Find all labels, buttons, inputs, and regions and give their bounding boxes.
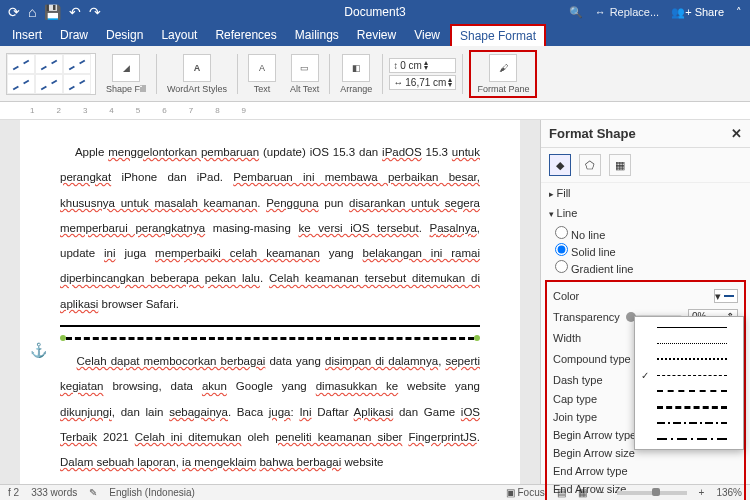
search-box[interactable]: 🔍: [569, 6, 583, 19]
redo-icon[interactable]: ↷: [89, 4, 101, 20]
titlebar: ⟳ ⌂ 💾 ↶ ↷ Document3 🔍 ↔ Replace... 👥+ Sh…: [0, 0, 750, 24]
fill-line-tab-icon[interactable]: ◆: [549, 154, 571, 176]
arrange-button[interactable]: ◧Arrange: [336, 52, 376, 96]
alt-text-button[interactable]: ▭Alt Text: [286, 52, 323, 96]
width-input[interactable]: ↔ 16,71 cm▴▾: [389, 75, 456, 90]
dash-label: Dash type: [553, 374, 603, 386]
end-arrow-type-label: End Arrow type: [553, 465, 628, 477]
color-picker[interactable]: ▾: [714, 289, 738, 303]
color-label: Color: [553, 290, 579, 302]
width-label: Width: [553, 332, 581, 344]
dash-option-long-dash[interactable]: [635, 399, 743, 415]
undo-icon[interactable]: ↶: [69, 4, 81, 20]
no-line-radio[interactable]: No line: [555, 225, 736, 242]
join-label: Join type: [553, 411, 597, 423]
tab-references[interactable]: References: [207, 25, 284, 45]
shape-styles-gallery[interactable]: [6, 53, 96, 95]
wordart-styles-button[interactable]: AWordArt Styles: [163, 52, 231, 96]
document-area[interactable]: Apple menggelontorkan pembaruan (update)…: [0, 120, 540, 484]
text-button[interactable]: AText: [244, 52, 280, 96]
menubar: Insert Draw Design Layout References Mai…: [0, 24, 750, 46]
ribbon-collapse-icon[interactable]: ˄: [736, 6, 742, 19]
tab-draw[interactable]: Draw: [52, 25, 96, 45]
zoom-slider[interactable]: [617, 491, 687, 495]
spellcheck-icon[interactable]: ✎: [89, 487, 97, 498]
layout-tab-icon[interactable]: ▦: [609, 154, 631, 176]
end-arrow-size-label: End Arrow size: [553, 483, 626, 495]
dash-option-solid[interactable]: [635, 319, 743, 335]
tab-shape-format[interactable]: Shape Format: [450, 24, 546, 46]
focus-mode[interactable]: ▣ Focus: [506, 487, 545, 498]
save-icon[interactable]: 💾: [44, 4, 61, 20]
dash-option-dash-dot[interactable]: [635, 383, 743, 399]
ruler[interactable]: 123456789: [0, 102, 750, 120]
tab-layout[interactable]: Layout: [153, 25, 205, 45]
dash-type-menu: [634, 316, 744, 450]
share-button[interactable]: 👥+ Share: [671, 6, 724, 19]
document-title: Document3: [344, 5, 405, 19]
language-status[interactable]: English (Indonesia): [109, 487, 195, 498]
page-status[interactable]: f 2: [8, 487, 19, 498]
anchor-icon: ⚓: [30, 335, 47, 366]
panel-title: Format Shape: [549, 126, 636, 141]
tab-design[interactable]: Design: [98, 25, 151, 45]
line-section[interactable]: Line: [541, 203, 750, 223]
format-pane-button[interactable]: 🖌Format Pane: [469, 50, 537, 98]
replace-link[interactable]: ↔ Replace...: [595, 6, 660, 18]
shape-fill-button[interactable]: ◢Shape Fill: [102, 52, 150, 96]
autosave-icon[interactable]: ⟳: [8, 4, 20, 20]
fill-section[interactable]: Fill: [541, 183, 750, 203]
tab-review[interactable]: Review: [349, 25, 404, 45]
solid-line-radio[interactable]: Solid line: [555, 242, 736, 259]
solid-line-shape[interactable]: [60, 325, 480, 327]
ribbon: ◢Shape Fill AWordArt Styles AText ▭Alt T…: [0, 46, 750, 102]
cap-label: Cap type: [553, 393, 597, 405]
begin-arrow-type-label: Begin Arrow type: [553, 429, 636, 441]
dashed-line-shape[interactable]: [60, 335, 480, 341]
dash-option-long-dash-dot[interactable]: [635, 415, 743, 431]
begin-arrow-size-label: Begin Arrow size: [553, 447, 635, 459]
dash-option-round-dot[interactable]: [635, 335, 743, 351]
height-input[interactable]: ↕ 0 cm▴▾: [389, 58, 456, 73]
word-count[interactable]: 333 words: [31, 487, 77, 498]
dash-option-long-dash-dot-dot[interactable]: [635, 431, 743, 447]
home-icon[interactable]: ⌂: [28, 4, 36, 20]
compound-label: Compound type: [553, 353, 631, 365]
transparency-label: Transparency: [553, 311, 620, 323]
dash-option-dash[interactable]: [635, 367, 743, 383]
paragraph-2: Celah dapat membocorkan berbagai data ya…: [60, 349, 480, 475]
dash-option-square-dot[interactable]: [635, 351, 743, 367]
gradient-line-radio[interactable]: Gradient line: [555, 259, 736, 276]
effects-tab-icon[interactable]: ⬠: [579, 154, 601, 176]
close-icon[interactable]: ✕: [731, 126, 742, 141]
tab-mailings[interactable]: Mailings: [287, 25, 347, 45]
page: Apple menggelontorkan pembaruan (update)…: [20, 120, 520, 484]
tab-insert[interactable]: Insert: [4, 25, 50, 45]
paragraph-1: Apple menggelontorkan pembaruan (update)…: [60, 140, 480, 317]
tab-view[interactable]: View: [406, 25, 448, 45]
format-shape-panel: Format Shape ✕ ◆ ⬠ ▦ Fill Line No line S…: [540, 120, 750, 484]
